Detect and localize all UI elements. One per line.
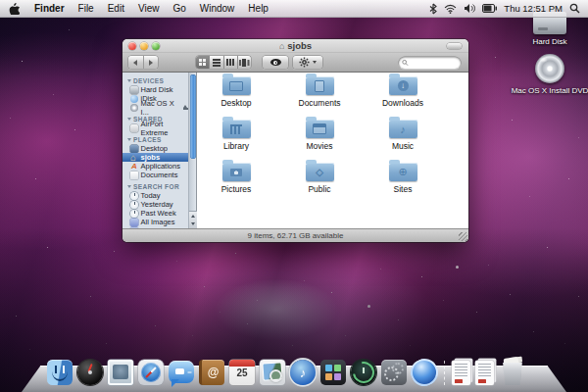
- folder-documents[interactable]: Documents: [280, 73, 359, 108]
- menu-bar-clock[interactable]: Thu 12:51 PM: [504, 3, 563, 14]
- toolbar-toggle-button[interactable]: [447, 43, 462, 49]
- sidebar-item-label: Desktop: [141, 144, 169, 153]
- search-icon: [402, 59, 409, 67]
- home-icon: [130, 154, 138, 162]
- sidebar-item-airport-extreme[interactable]: AirPort Extreme: [122, 123, 188, 132]
- sidebar-item-applications[interactable]: Applications: [122, 162, 188, 171]
- sidebar-header-search-for[interactable]: SEARCH FOR: [127, 182, 188, 191]
- dock-preview-icon[interactable]: [260, 360, 285, 385]
- folder-sites[interactable]: Sites: [364, 159, 442, 194]
- dock-trash-icon[interactable]: [499, 359, 526, 385]
- disclosure-triangle-icon: [127, 79, 131, 82]
- movies-emblem-icon: [306, 120, 334, 138]
- folder-icon: [222, 120, 251, 138]
- menu-edit[interactable]: Edit: [101, 0, 131, 18]
- back-arrow-icon: [133, 60, 137, 66]
- dock-finder-icon[interactable]: [47, 360, 73, 385]
- sidebar-item-sjobs[interactable]: sjobs: [122, 153, 188, 162]
- menu-bar: Finder File Edit View Go Window Help Thu…: [0, 0, 588, 18]
- coverflow-view-button[interactable]: [237, 56, 251, 69]
- sidebar-item-today[interactable]: Today: [122, 191, 188, 200]
- scrollbar-arrows[interactable]: [189, 211, 197, 228]
- battery-icon[interactable]: [482, 4, 497, 13]
- disclosure-triangle-icon: [127, 118, 131, 121]
- list-view-button[interactable]: [209, 56, 222, 69]
- dock-ichat-icon[interactable]: [169, 361, 194, 383]
- library-emblem-icon: [222, 120, 251, 138]
- folder-label: Desktop: [197, 98, 275, 108]
- window-title: ⌂ sjobs: [122, 40, 468, 51]
- document-icon: [130, 172, 138, 179]
- forward-arrow-icon: [149, 60, 153, 66]
- sidebar-item-yesterday[interactable]: Yesterday: [122, 200, 188, 209]
- sidebar-item-label: Applications: [141, 162, 180, 171]
- sidebar-item-label: All Images: [141, 218, 175, 226]
- folder-music[interactable]: Music: [364, 116, 442, 151]
- wifi-icon[interactable]: [444, 4, 457, 14]
- window-title-text: sjobs: [287, 40, 312, 51]
- dock-system-preferences-icon[interactable]: [381, 360, 407, 385]
- folder-icon: [389, 120, 417, 138]
- music-emblem-icon: [389, 120, 417, 138]
- menu-window[interactable]: Window: [193, 0, 242, 18]
- folder-desktop[interactable]: Desktop: [197, 73, 275, 108]
- menu-file[interactable]: File: [72, 0, 101, 18]
- folder-public[interactable]: Public: [280, 159, 359, 194]
- dock-ical-icon[interactable]: 25: [229, 360, 255, 385]
- home-icon: ⌂: [279, 41, 284, 51]
- icon-view-button[interactable]: [196, 56, 209, 69]
- dock-dashboard-icon[interactable]: [77, 360, 103, 385]
- folder-icon: [306, 120, 334, 138]
- folder-pictures[interactable]: Pictures: [197, 159, 275, 194]
- menu-help[interactable]: Help: [241, 0, 275, 18]
- scrollbar-thumb[interactable]: [190, 74, 196, 159]
- dock-spaces-icon[interactable]: [320, 360, 346, 385]
- action-menu-button[interactable]: [293, 56, 322, 69]
- sidebar-header-label: SEARCH FOR: [133, 182, 179, 191]
- sidebar-item-all-images[interactable]: All Images: [122, 218, 188, 226]
- menu-finder[interactable]: Finder: [27, 0, 72, 18]
- disclosure-triangle-icon: [127, 138, 131, 141]
- sidebar-item-hard-disk[interactable]: Hard Disk: [122, 85, 188, 94]
- column-view-button[interactable]: [223, 56, 237, 69]
- menu-go[interactable]: Go: [166, 0, 192, 18]
- folder-library[interactable]: Library: [197, 116, 275, 151]
- resize-grip[interactable]: [459, 232, 467, 241]
- dock-address-book-icon[interactable]: [199, 360, 224, 385]
- volume-icon[interactable]: [464, 3, 475, 14]
- desktop-icon-install-dvd[interactable]: Mac OS X Install DVD: [509, 54, 588, 95]
- dock-time-machine-icon[interactable]: [351, 360, 376, 385]
- search-field[interactable]: [399, 57, 461, 69]
- apple-menu[interactable]: [0, 2, 27, 15]
- dock-mail-icon[interactable]: [108, 360, 133, 385]
- dock-itunes-icon[interactable]: [290, 360, 316, 385]
- sidebar-item-past-week[interactable]: Past Week: [122, 209, 188, 218]
- folder-label: Movies: [280, 141, 359, 151]
- dock-downloads-stack-icon[interactable]: [475, 361, 494, 385]
- sidebar-item-label: sjobs: [141, 153, 161, 162]
- disclosure-triangle-icon: [127, 185, 131, 188]
- bluetooth-icon[interactable]: [429, 3, 437, 15]
- idisk-globe-icon: [130, 95, 138, 103]
- sites-emblem-icon: [389, 163, 417, 181]
- title-bar[interactable]: ⌂ sjobs: [122, 39, 468, 53]
- forward-button[interactable]: [143, 56, 159, 69]
- dock-safari-icon[interactable]: [138, 360, 164, 385]
- sidebar-header-devices[interactable]: DEVICES: [127, 76, 188, 85]
- dock-documents-stack-icon[interactable]: [452, 361, 470, 385]
- sidebar-item-install-dvd[interactable]: Mac OS X I...: [122, 103, 188, 112]
- sidebar-scrollbar[interactable]: [188, 73, 196, 228]
- desktop-icon-label: Hard Disk: [509, 37, 588, 46]
- quick-look-button[interactable]: [263, 56, 288, 69]
- folder-movies[interactable]: Movies: [280, 116, 359, 151]
- spotlight-icon[interactable]: [569, 3, 580, 14]
- back-button[interactable]: [128, 56, 143, 69]
- folder-icon: [306, 76, 334, 95]
- downloads-emblem-icon: [389, 76, 417, 95]
- dock-sync-orb-icon[interactable]: [412, 360, 437, 385]
- folder-downloads[interactable]: Downloads: [364, 73, 442, 108]
- menu-view[interactable]: View: [131, 0, 167, 18]
- sidebar-item-documents[interactable]: Documents: [122, 171, 188, 179]
- grid-view-icon: [199, 59, 206, 66]
- search-input[interactable]: [411, 58, 458, 68]
